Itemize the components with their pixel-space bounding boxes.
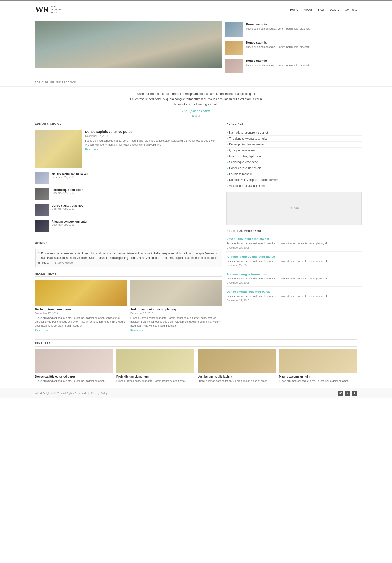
- headline-10[interactable]: » Vestibulum iaculis lacinia est: [226, 183, 362, 189]
- rp-body-2: Fusce euismod consequat ante. Lorem ipsu…: [226, 259, 362, 263]
- intro-section: Fusce euismod consequat ante. Lorem ipsu…: [0, 87, 392, 122]
- main-left: EDITOR'S CHOICE Donec sagittis euismod p…: [35, 122, 222, 337]
- recent-item-2-date: December 27, 2013: [130, 312, 222, 315]
- editors-feature: Donec sagittis euismod purus December 27…: [35, 130, 222, 168]
- recent-item-1-read-more[interactable]: Read more: [35, 329, 48, 332]
- headline-arrow-10: »: [226, 185, 228, 187]
- rp-item-4: Donec sagittis euismod purus Fusce euism…: [226, 290, 362, 304]
- nav-gallery[interactable]: Gallery: [329, 8, 339, 11]
- feature-title-1: Donec sagittis euismod purus: [35, 375, 113, 378]
- headline-2[interactable]: » Tincidunt ac viverra sed, nulla: [226, 136, 362, 142]
- feature-title-3: Vestibulum iaculis lacinia: [198, 375, 276, 378]
- headline-7[interactable]: » Donec eget tellus non erat: [226, 165, 362, 171]
- editors-list-item-1[interactable]: Mauris accumsan nulla vel December 27, 2…: [35, 170, 222, 186]
- headline-arrow-1: »: [226, 131, 228, 134]
- ad-box: 364*269: [226, 192, 362, 225]
- editors-list-item-2[interactable]: Pellentesque sed dolor December 27, 2013: [35, 186, 222, 202]
- recent-item-2-title: Sed in lacus ut enim adipiscing: [130, 308, 222, 311]
- footer-privacy-link[interactable]: Privacy Policy: [91, 392, 107, 395]
- hero-thumb-3: [224, 59, 243, 73]
- editors-list-thumb-1: [35, 172, 49, 184]
- headline-arrow-7: »: [226, 167, 228, 169]
- main-right: HEADLINES » Nam elit agna,endrerit sit a…: [226, 122, 362, 337]
- nav-contacts[interactable]: Contacts: [345, 8, 357, 11]
- feature-body-3: Fusce euismod consequat ante. Lorem ipsu…: [198, 379, 276, 383]
- feature-title-2: Proin dictum elementum: [116, 375, 195, 378]
- editors-choice-title: EDITOR'S CHOICE: [35, 122, 222, 127]
- twitter-icon[interactable]: [338, 391, 343, 396]
- facebook-icon[interactable]: [352, 391, 357, 396]
- hero-thumb-1: [224, 23, 243, 37]
- rp-item-2: Aliquam dapibus tincidunt metus Fusce eu…: [226, 255, 362, 269]
- editors-list-item-text-1: Mauris accumsan nulla vel December 27, 2…: [52, 172, 88, 179]
- headline-text-2: Tincidunt ac viverra sed, nulla: [229, 137, 267, 140]
- footer: World Religions © 2014 All Rights Reserv…: [0, 388, 392, 398]
- headline-6[interactable]: » Scelerisque vitae pede: [226, 159, 362, 165]
- rss-icon[interactable]: [345, 391, 350, 396]
- hero-sidebar-item-3[interactable]: Donec sagittis Fusce euismod consequat. …: [224, 57, 357, 75]
- headline-5[interactable]: » Interdum vitae,dapibus ac: [226, 154, 362, 159]
- hero-section: Donec sagittis Fusce euismod consequat. …: [0, 21, 392, 75]
- opinion-title: OPINION: [35, 242, 222, 246]
- headline-text-6: Scelerisque vitae pede: [229, 161, 258, 164]
- intro-dots: [35, 115, 357, 117]
- rp-item-1: Vestibulum iaculis lacinia est Fusce eui…: [226, 237, 362, 251]
- headline-arrow-6: »: [226, 161, 228, 164]
- nav-home[interactable]: Home: [290, 8, 298, 11]
- feature-img-2: [116, 349, 195, 373]
- topic-bar: TOPIC: BELIEF AND PRACTICE: [0, 77, 392, 87]
- features-section: FEATURES Donec sagittis euismod purus Fu…: [0, 342, 392, 383]
- topic-label: TOPIC: BELIEF AND PRACTICE: [35, 81, 76, 84]
- editors-list-item-4[interactable]: Aliquam congue fermentu December 27, 201…: [35, 218, 222, 234]
- headline-9[interactable]: » Donec in velit vel ipsum auctor pulvin…: [226, 177, 362, 183]
- headlines-section: HEADLINES » Nam elit agna,endrerit sit a…: [226, 122, 362, 225]
- headline-arrow-4: »: [226, 149, 228, 152]
- headline-text-4: Quisque diam lorem: [229, 149, 255, 152]
- recent-item-2: Sed in lacus ut enim adipiscing December…: [130, 280, 222, 332]
- rp-date-3: December 27, 2013: [226, 281, 362, 284]
- headline-8[interactable]: » Lacinia fermentum: [226, 171, 362, 177]
- headline-4[interactable]: » Quisque diam lorem: [226, 148, 362, 154]
- headline-arrow-8: »: [226, 173, 228, 176]
- headline-arrow-9: »: [226, 179, 228, 181]
- feature-body-4: Fusce euismod consequat ante. Lorem ipsu…: [279, 379, 357, 383]
- recent-item-1-body: Fusce euismod consequat ante. Lorem ipsu…: [35, 316, 127, 328]
- nav-about[interactable]: About: [304, 8, 312, 11]
- recent-news-grid: Proin dictum elementum December 27, 2013…: [35, 280, 222, 332]
- hero-main-image: [35, 21, 222, 75]
- rp-title-1[interactable]: Vestibulum iaculis lacinia est: [226, 237, 362, 241]
- dot-2[interactable]: [195, 115, 197, 117]
- intro-title: The Spirit of Things: [35, 109, 357, 113]
- hero-sidebar-item-1[interactable]: Donec sagittis Fusce euismod consequat. …: [224, 21, 357, 39]
- rp-body-1: Fusce euismod consequat ante. Lorem ipsu…: [226, 242, 362, 245]
- feature-item-1: Donec sagittis euismod purus Fusce euism…: [35, 349, 113, 383]
- hero-thumb-2: [224, 41, 243, 55]
- rp-title-2[interactable]: Aliquam dapibus tincidunt metus: [226, 255, 362, 258]
- dot-1[interactable]: [192, 115, 194, 117]
- headline-text-8: Lacinia fermentum: [229, 172, 253, 176]
- headline-text-1: Nam elit agna,endrerit sit amet: [229, 131, 268, 134]
- dot-3[interactable]: [198, 115, 200, 117]
- logo-letters: WR: [35, 4, 49, 14]
- editors-list-thumb-2: [35, 188, 49, 200]
- recent-image-1: [35, 280, 127, 306]
- rp-title-3[interactable]: Aliquam congue fermentum: [226, 272, 362, 276]
- headline-1[interactable]: » Nam elit agna,endrerit sit amet: [226, 130, 362, 136]
- nav-blog[interactable]: Blog: [317, 8, 324, 11]
- recent-item-1: Proin dictum elementum December 27, 2013…: [35, 280, 127, 332]
- feature-img-3: [198, 349, 276, 373]
- recent-news-title: RECENT NEWS: [35, 272, 222, 277]
- hero-main-photo: [35, 21, 222, 68]
- rp-title-4[interactable]: Donec sagittis euismod purus: [226, 290, 362, 294]
- features-grid: Donec sagittis euismod purus Fusce euism…: [35, 349, 357, 383]
- footer-copyright: World Religions © 2014 All Rights Reserv…: [35, 392, 86, 395]
- editors-feature-text: Donec sagittis euismod purus December 27…: [85, 130, 222, 168]
- religious-programs-section: RELIGIOUS PROGRAMS Vestibulum iaculis la…: [226, 230, 362, 304]
- hero-sidebar-item-2[interactable]: Donec sagittis Fusce euismod consequat. …: [224, 39, 357, 57]
- editors-list-item-3[interactable]: Donec sagittis euismod December 27, 2013: [35, 202, 222, 218]
- headline-arrow-5: »: [226, 155, 228, 158]
- headline-3[interactable]: » Donec porta diam eu massa: [226, 142, 362, 148]
- recent-item-2-read-more[interactable]: Read more: [130, 329, 143, 332]
- editors-list-item-text-2: Pellentesque sed dolor December 27, 2013: [52, 188, 83, 194]
- editors-read-more[interactable]: Read more: [85, 148, 98, 151]
